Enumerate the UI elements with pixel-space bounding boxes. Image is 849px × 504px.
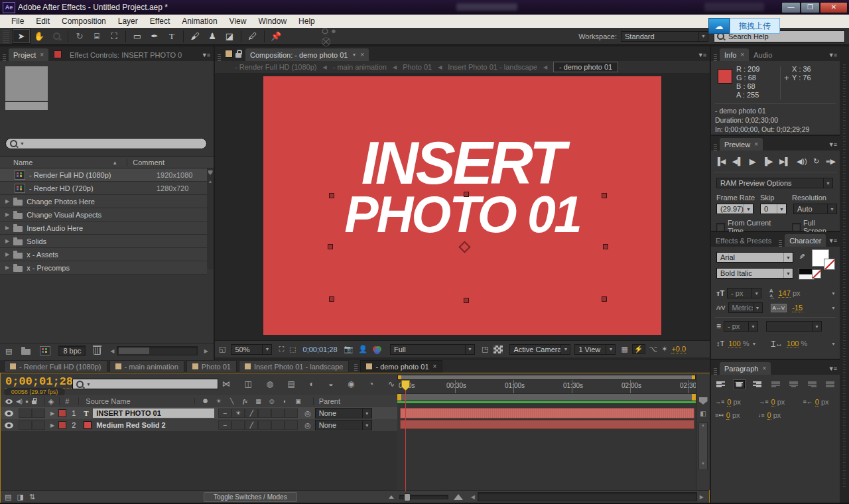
comment-column-header[interactable]: Comment [127,158,164,166]
tab-character[interactable]: Character [785,234,826,247]
toggle-switches-modes-button[interactable]: Toggle Switches / Modes [204,492,297,502]
font-style-dropdown[interactable]: Bold Italic▼ [716,268,793,279]
selection-handle[interactable] [603,244,608,249]
audio-column-icon[interactable]: ◀) [16,398,23,405]
indent-right-value[interactable]: 0 [815,398,819,407]
close-icon[interactable]: × [40,51,44,58]
project-item-folder[interactable]: ▶ Change Visual Aspects [0,208,207,221]
panel-menu-icon[interactable]: ▼≡ [828,365,840,375]
flowchart-icon[interactable] [208,170,213,175]
restore-button[interactable]: ❐ [801,2,820,13]
scroll-left-icon[interactable]: ◀ [110,348,114,354]
selection-handle[interactable] [328,244,333,249]
source-name-column-header[interactable]: Source Name [78,397,130,405]
timeline-tab[interactable]: - Render Full HD (1080p) [4,360,107,373]
stroke-style-dropdown[interactable]: ▼ [766,321,822,332]
graph-editor-icon[interactable]: ∿ [388,379,395,389]
stroke-color-swatch[interactable] [824,259,835,270]
search-options-arrow-icon[interactable]: ▼ [20,141,25,146]
region-of-interest-icon[interactable]: ⬚ [289,345,296,353]
stroke-width-value[interactable]: - [728,322,730,330]
disclosure-triangle-icon[interactable]: ▶ [5,225,9,231]
video-column-icon[interactable] [5,399,12,403]
menu-effect[interactable]: Effect [144,17,176,26]
tab-audio[interactable]: Audio [749,48,777,61]
indent-left-value[interactable]: 0 [727,398,731,407]
timeline-navigator[interactable] [397,375,696,380]
timeline-tab[interactable]: Photo 01 [186,360,237,373]
selection-handle[interactable] [464,192,469,197]
project-vertical-scrollbar[interactable]: ▲ [207,168,214,269]
frame-rate-dropdown[interactable]: (29.97)▼ [716,204,753,214]
channel-icon[interactable] [373,346,383,353]
workspace-dropdown[interactable]: Standard ▼ [621,31,708,42]
panel-menu-icon[interactable]: ▼≡ [828,237,840,247]
pick-whip-icon[interactable]: ◎ [304,421,311,430]
view-layout-dropdown[interactable]: 1 View ▼ [574,344,616,355]
vertical-scale-value[interactable]: 100 [728,340,740,348]
project-hscroll-track[interactable] [117,346,198,355]
navigator-start-handle[interactable] [398,375,401,379]
disclosure-triangle-icon[interactable]: ▶ [5,251,9,257]
next-frame-button[interactable]: ▐▶ [762,157,773,166]
search-options-arrow-icon[interactable]: ▼ [86,382,91,387]
timeline-tab-active[interactable]: - demo photo 01 × [360,360,442,373]
timeline-vscroll[interactable]: ▲ ▼ [698,422,708,470]
camera-tool[interactable]: ⌸ [88,29,105,43]
fast-previews-icon[interactable]: ⚡ [632,344,645,354]
audio-toggle-icon[interactable]: ◀)) [797,157,807,166]
comp-marker-bin-icon[interactable] [699,397,708,405]
resolution-dropdown[interactable]: Full ▼ [390,344,475,355]
disclosure-triangle-icon[interactable]: ▶ [5,238,9,244]
collapse-switch[interactable] [231,420,245,430]
collapse-switch[interactable]: ☀ [231,409,245,418]
justify-all-button[interactable] [824,380,836,389]
exposure-value[interactable]: +0.0 [671,345,686,353]
target-region-icon[interactable]: ◳ [482,345,488,353]
quality-switch[interactable]: ╱ [245,409,258,418]
breadcrumb-item-active[interactable]: - demo photo 01 [553,62,618,72]
motion-blur-switch[interactable] [285,409,298,418]
layer-label-swatch[interactable] [58,409,66,417]
menu-animation[interactable]: Animation [176,17,223,26]
space-before-value[interactable]: 0 [726,411,730,420]
project-item-folder[interactable]: ▶ Insert Audio Here [0,221,207,235]
dropdown-arrow-icon[interactable]: ▼ [831,306,836,310]
quality-icon[interactable]: ╲ [226,398,239,405]
comp-flowchart-icon[interactable]: ⌥ [649,345,658,353]
layer-disclosure-icon[interactable]: ▶ [50,410,54,416]
panel-grip[interactable] [714,53,717,61]
layer-row-1[interactable]: ▶ 1 T INSERT PHOTO 01 – ☀ ╱ ◎ None ▼ [1,407,397,420]
timeline-tab[interactable]: - main animation [109,360,184,373]
solo-column-icon[interactable]: ● [25,399,29,405]
transparency-grid-icon[interactable] [493,346,503,353]
panel-menu-icon[interactable]: ▼≡ [828,52,840,61]
show-snapshot-icon[interactable]: 👤 [358,345,367,353]
ram-preview-button[interactable]: ≡▶ [826,157,836,166]
dropdown-arrow-icon[interactable]: ▼ [352,52,356,57]
motion-blur-icon[interactable]: ◐ [309,379,314,389]
panel-menu-icon[interactable]: ▼≡ [202,52,214,61]
close-icon[interactable]: × [360,51,364,58]
timeline-button-icon[interactable]: ▦ [621,345,627,353]
project-item-folder[interactable]: ▶ x - Precomps [0,261,207,275]
align-right-button[interactable] [751,380,763,389]
toolbar-grip[interactable] [3,29,9,43]
audio-cell[interactable] [19,409,32,418]
project-search-input[interactable]: ▼ [5,138,207,149]
play-button[interactable]: ▶ [750,157,756,166]
roto-brush-tool[interactable]: 🖊 [244,29,261,43]
breadcrumb-item[interactable]: - main animation [333,63,387,71]
close-icon[interactable]: × [740,51,744,58]
rasterize-switch[interactable]: – [218,420,231,430]
comp-viewer[interactable]: INSERT PHOTO 01 [215,73,710,340]
panel-grip[interactable] [354,363,358,371]
first-line-indent-value[interactable]: 0 [771,398,775,407]
close-button[interactable]: ✕ [820,2,848,13]
current-time-indicator-line[interactable] [405,380,406,491]
trash-icon[interactable] [94,347,101,355]
panel-grip[interactable] [714,143,717,151]
auto-keyframe-icon[interactable]: ◉ [348,379,354,389]
dropdown-arrow-icon[interactable]: ▼ [751,342,756,346]
scroll-left-icon[interactable]: ◀ [471,494,475,500]
